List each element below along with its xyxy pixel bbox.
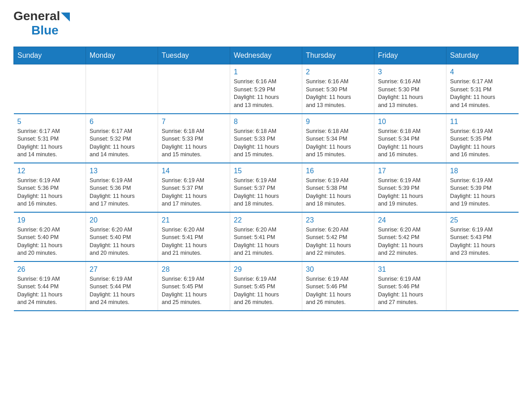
- day-number: 19: [17, 216, 82, 224]
- day-number: 11: [450, 118, 515, 126]
- day-number: 7: [162, 118, 226, 126]
- calendar-cell: 31Sunrise: 6:19 AM Sunset: 5:46 PM Dayli…: [374, 261, 446, 311]
- day-number: 27: [90, 265, 154, 274]
- calendar-cell: 10Sunrise: 6:18 AM Sunset: 5:34 PM Dayli…: [374, 114, 446, 163]
- day-info: Sunrise: 6:19 AM Sunset: 5:43 PM Dayligh…: [450, 226, 515, 257]
- calendar-cell: 3Sunrise: 6:16 AM Sunset: 5:30 PM Daylig…: [374, 64, 446, 114]
- logo-arrow-icon: [61, 13, 70, 21]
- weekday-header-saturday: Saturday: [446, 47, 519, 64]
- day-info: Sunrise: 6:20 AM Sunset: 5:40 PM Dayligh…: [17, 226, 82, 257]
- day-number: 2: [306, 68, 370, 76]
- day-number: 14: [162, 167, 226, 175]
- day-number: 31: [378, 265, 442, 274]
- calendar-cell: 15Sunrise: 6:19 AM Sunset: 5:37 PM Dayli…: [230, 163, 302, 212]
- calendar-cell: 6Sunrise: 6:17 AM Sunset: 5:32 PM Daylig…: [86, 114, 158, 163]
- calendar-week-row: 19Sunrise: 6:20 AM Sunset: 5:40 PM Dayli…: [14, 212, 519, 261]
- day-info: Sunrise: 6:20 AM Sunset: 5:42 PM Dayligh…: [378, 226, 442, 257]
- day-number: 15: [234, 167, 298, 175]
- day-number: 8: [234, 118, 298, 126]
- calendar-cell: [158, 64, 230, 114]
- day-info: Sunrise: 6:16 AM Sunset: 5:30 PM Dayligh…: [306, 78, 370, 109]
- day-info: Sunrise: 6:20 AM Sunset: 5:41 PM Dayligh…: [234, 226, 298, 257]
- logo-blue-text: Blue: [31, 23, 59, 37]
- calendar-table: SundayMondayTuesdayWednesdayThursdayFrid…: [13, 47, 519, 311]
- day-info: Sunrise: 6:18 AM Sunset: 5:34 PM Dayligh…: [378, 128, 442, 159]
- day-info: Sunrise: 6:19 AM Sunset: 5:38 PM Dayligh…: [306, 177, 370, 208]
- calendar-cell: 13Sunrise: 6:19 AM Sunset: 5:36 PM Dayli…: [86, 163, 158, 212]
- day-info: Sunrise: 6:19 AM Sunset: 5:37 PM Dayligh…: [162, 177, 226, 208]
- calendar-cell: [446, 261, 519, 311]
- weekday-header-friday: Friday: [374, 47, 446, 64]
- calendar-cell: 28Sunrise: 6:19 AM Sunset: 5:45 PM Dayli…: [158, 261, 230, 311]
- calendar-cell: 21Sunrise: 6:20 AM Sunset: 5:41 PM Dayli…: [158, 212, 230, 261]
- day-info: Sunrise: 6:17 AM Sunset: 5:32 PM Dayligh…: [90, 128, 154, 159]
- day-info: Sunrise: 6:16 AM Sunset: 5:29 PM Dayligh…: [234, 78, 298, 109]
- calendar-cell: 24Sunrise: 6:20 AM Sunset: 5:42 PM Dayli…: [374, 212, 446, 261]
- calendar-cell: [86, 64, 158, 114]
- day-number: 25: [450, 216, 515, 224]
- weekday-header-tuesday: Tuesday: [158, 47, 230, 64]
- day-info: Sunrise: 6:19 AM Sunset: 5:44 PM Dayligh…: [17, 275, 82, 307]
- calendar-cell: 30Sunrise: 6:19 AM Sunset: 5:46 PM Dayli…: [302, 261, 374, 311]
- logo-general-text: General: [13, 9, 60, 23]
- day-info: Sunrise: 6:19 AM Sunset: 5:36 PM Dayligh…: [90, 177, 154, 208]
- calendar-cell: 14Sunrise: 6:19 AM Sunset: 5:37 PM Dayli…: [158, 163, 230, 212]
- day-info: Sunrise: 6:18 AM Sunset: 5:33 PM Dayligh…: [234, 128, 298, 159]
- day-number: 29: [234, 265, 298, 274]
- day-info: Sunrise: 6:18 AM Sunset: 5:34 PM Dayligh…: [306, 128, 370, 159]
- day-number: 18: [450, 167, 515, 175]
- calendar-cell: 29Sunrise: 6:19 AM Sunset: 5:45 PM Dayli…: [230, 261, 302, 311]
- calendar-cell: 7Sunrise: 6:18 AM Sunset: 5:33 PM Daylig…: [158, 114, 230, 163]
- day-info: Sunrise: 6:16 AM Sunset: 5:30 PM Dayligh…: [378, 78, 442, 109]
- day-info: Sunrise: 6:18 AM Sunset: 5:33 PM Dayligh…: [162, 128, 226, 159]
- weekday-header-thursday: Thursday: [302, 47, 374, 64]
- day-number: 23: [306, 216, 370, 224]
- calendar-cell: 18Sunrise: 6:19 AM Sunset: 5:39 PM Dayli…: [446, 163, 519, 212]
- day-number: 6: [90, 118, 154, 126]
- day-info: Sunrise: 6:19 AM Sunset: 5:35 PM Dayligh…: [450, 128, 515, 159]
- day-info: Sunrise: 6:17 AM Sunset: 5:31 PM Dayligh…: [450, 78, 515, 109]
- calendar-cell: 9Sunrise: 6:18 AM Sunset: 5:34 PM Daylig…: [302, 114, 374, 163]
- day-info: Sunrise: 6:17 AM Sunset: 5:31 PM Dayligh…: [17, 128, 82, 159]
- calendar-cell: 27Sunrise: 6:19 AM Sunset: 5:44 PM Dayli…: [86, 261, 158, 311]
- calendar-cell: 12Sunrise: 6:19 AM Sunset: 5:36 PM Dayli…: [14, 163, 86, 212]
- day-info: Sunrise: 6:19 AM Sunset: 5:46 PM Dayligh…: [378, 275, 442, 307]
- day-number: 9: [306, 118, 370, 126]
- weekday-header-sunday: Sunday: [14, 47, 86, 64]
- calendar-week-row: 5Sunrise: 6:17 AM Sunset: 5:31 PM Daylig…: [14, 114, 519, 163]
- page-header: GeneralBlue: [13, 9, 519, 38]
- day-number: 26: [17, 265, 82, 274]
- day-info: Sunrise: 6:19 AM Sunset: 5:37 PM Dayligh…: [234, 177, 298, 208]
- calendar-cell: 19Sunrise: 6:20 AM Sunset: 5:40 PM Dayli…: [14, 212, 86, 261]
- day-number: 22: [234, 216, 298, 224]
- day-info: Sunrise: 6:20 AM Sunset: 5:42 PM Dayligh…: [306, 226, 370, 257]
- day-number: 30: [306, 265, 370, 274]
- calendar-cell: 20Sunrise: 6:20 AM Sunset: 5:40 PM Dayli…: [86, 212, 158, 261]
- calendar-cell: 5Sunrise: 6:17 AM Sunset: 5:31 PM Daylig…: [14, 114, 86, 163]
- calendar-cell: 16Sunrise: 6:19 AM Sunset: 5:38 PM Dayli…: [302, 163, 374, 212]
- weekday-header-monday: Monday: [86, 47, 158, 64]
- calendar-week-row: 26Sunrise: 6:19 AM Sunset: 5:44 PM Dayli…: [14, 261, 519, 311]
- day-number: 20: [90, 216, 154, 224]
- svg-marker-0: [61, 13, 70, 21]
- day-number: 21: [162, 216, 226, 224]
- day-info: Sunrise: 6:19 AM Sunset: 5:46 PM Dayligh…: [306, 275, 370, 307]
- day-number: 24: [378, 216, 442, 224]
- day-number: 17: [378, 167, 442, 175]
- day-info: Sunrise: 6:19 AM Sunset: 5:39 PM Dayligh…: [450, 177, 515, 208]
- day-info: Sunrise: 6:20 AM Sunset: 5:41 PM Dayligh…: [162, 226, 226, 257]
- weekday-header-wednesday: Wednesday: [230, 47, 302, 64]
- day-info: Sunrise: 6:20 AM Sunset: 5:40 PM Dayligh…: [90, 226, 154, 257]
- day-number: 16: [306, 167, 370, 175]
- calendar-cell: 1Sunrise: 6:16 AM Sunset: 5:29 PM Daylig…: [230, 64, 302, 114]
- calendar-cell: 11Sunrise: 6:19 AM Sunset: 5:35 PM Dayli…: [446, 114, 519, 163]
- calendar-cell: 2Sunrise: 6:16 AM Sunset: 5:30 PM Daylig…: [302, 64, 374, 114]
- day-number: 10: [378, 118, 442, 126]
- day-info: Sunrise: 6:19 AM Sunset: 5:36 PM Dayligh…: [17, 177, 82, 208]
- calendar-header-row: SundayMondayTuesdayWednesdayThursdayFrid…: [14, 47, 519, 64]
- day-info: Sunrise: 6:19 AM Sunset: 5:45 PM Dayligh…: [162, 275, 226, 307]
- day-number: 5: [17, 118, 82, 126]
- calendar-week-row: 12Sunrise: 6:19 AM Sunset: 5:36 PM Dayli…: [14, 163, 519, 212]
- day-info: Sunrise: 6:19 AM Sunset: 5:44 PM Dayligh…: [90, 275, 154, 307]
- calendar-cell: 17Sunrise: 6:19 AM Sunset: 5:39 PM Dayli…: [374, 163, 446, 212]
